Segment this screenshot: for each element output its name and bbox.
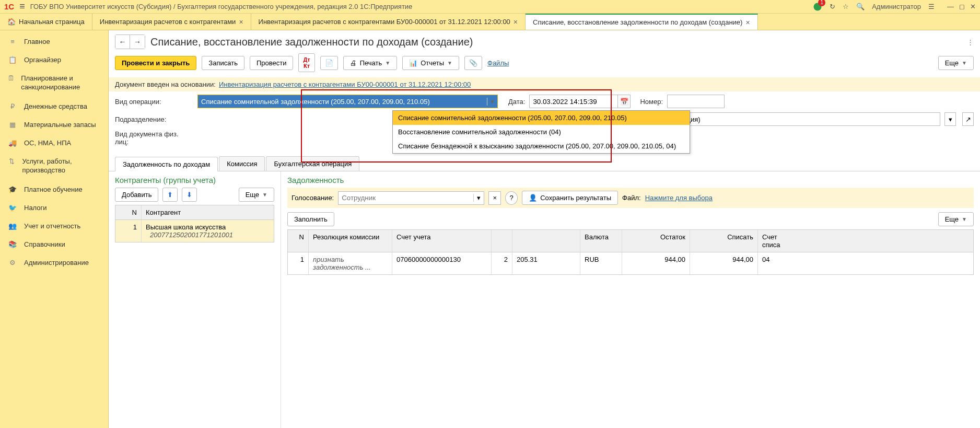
save-button[interactable]: Записать — [202, 56, 244, 70]
calendar-icon[interactable]: 📅 — [618, 95, 631, 108]
move-down-button[interactable]: ⬇ — [182, 188, 197, 202]
debt-panel: Задолженность Голосование: ▾ × ? 👤Сохран… — [281, 171, 980, 428]
dropdown-option[interactable]: Списание сомнительной задолженности (205… — [393, 111, 690, 125]
sidebar-item-organizer[interactable]: 📋Органайзер — [0, 51, 108, 69]
sidebar-item-education[interactable]: 🎓Платное обучение — [0, 180, 108, 199]
post-and-close-button[interactable]: Провести и закрыть — [115, 56, 196, 70]
tab-close-icon[interactable]: × — [239, 18, 243, 26]
more-button[interactable]: Еще▼ — [938, 212, 974, 226]
sidebar-item-accounting[interactable]: 👥Учет и отчетность — [0, 217, 108, 235]
sidebar-item-taxes[interactable]: 🐦Налоги — [0, 199, 108, 217]
dropdown-option[interactable]: Списание безнадежной к взысканию задолже… — [393, 139, 690, 153]
sidebar-label: Учет и отчетность — [24, 222, 80, 230]
print-button[interactable]: 🖨Печать▼ — [343, 56, 398, 70]
contractors-title: Контрагенты (группы учета) — [115, 176, 274, 184]
sidebar-item-main[interactable]: ≡Главное — [0, 32, 108, 51]
printer-icon: 🖨 — [350, 59, 357, 67]
notifications-icon[interactable]: 1 — [813, 2, 822, 11]
table-row[interactable]: 1 Высшая школа искусства 200771250200177… — [115, 220, 274, 242]
page-more-icon[interactable]: ⋮ — [967, 38, 974, 46]
sidebar-label: Материальные запасы — [24, 121, 96, 129]
maximize-icon[interactable]: ◻ — [959, 3, 965, 10]
doctab-debt[interactable]: Задолженность по доходам — [115, 157, 218, 171]
doctab-commission[interactable]: Комиссия — [219, 156, 265, 171]
col-writeoff: Списать — [690, 230, 758, 252]
minimize-icon[interactable]: — — [947, 3, 954, 10]
help-icon[interactable]: ? — [505, 191, 518, 205]
save-results-button[interactable]: 👤Сохранить результаты — [522, 191, 618, 205]
chevron-down-icon[interactable]: ▾ — [944, 112, 956, 126]
document-icon-button[interactable]: 📄 — [320, 56, 338, 70]
tab-writeoff[interactable]: Списание, восстановление задолженности п… — [526, 14, 758, 30]
file-label: Файл: — [622, 194, 641, 202]
fill-button[interactable]: Заполнить — [287, 212, 334, 226]
operation-type-combo[interactable]: Списание сомнительной задолженности (205… — [197, 95, 498, 108]
more-label: Еще — [945, 59, 959, 67]
sidebar-item-services[interactable]: ⇅Услуги, работы, производство — [0, 152, 108, 180]
home-icon: 🏠 — [7, 18, 16, 26]
history-icon[interactable]: ↻ — [830, 3, 835, 10]
clear-icon[interactable]: × — [488, 191, 501, 205]
page-title: Списание, восстановление задолженности п… — [150, 36, 473, 48]
favorite-icon[interactable]: ☆ — [843, 3, 849, 10]
tab-close-icon[interactable]: × — [514, 18, 518, 26]
open-icon[interactable]: ↗ — [962, 112, 974, 126]
dt-kt-button[interactable]: ДтКт — [298, 53, 314, 72]
attachment-button[interactable]: 📎 — [464, 56, 482, 70]
sidebar-item-admin[interactable]: ⚙Администрирование — [0, 253, 108, 272]
more-button[interactable]: Еще▼ — [938, 56, 974, 70]
tab-home[interactable]: 🏠 Начальная страница — [0, 14, 92, 30]
post-button[interactable]: Провести — [250, 56, 294, 70]
sidebar-item-money[interactable]: ₽Денежные средства — [0, 97, 108, 115]
cell-account-sub: 205.31 — [512, 252, 580, 274]
sidebar-label: Справочники — [24, 240, 65, 248]
add-button[interactable]: Добавить — [115, 188, 158, 202]
nav-forward-button[interactable]: → — [130, 35, 145, 49]
date-input[interactable] — [529, 95, 618, 108]
sidebar-item-planning[interactable]: 🗓Планирование и санкционирование — [0, 69, 108, 97]
basis-link[interactable]: Инвентаризация расчетов с контрагентами … — [219, 80, 471, 88]
file-select-link[interactable]: Нажмите для выбора — [645, 194, 713, 202]
employee-combo[interactable]: ▾ — [338, 191, 484, 205]
tab-inventory-doc[interactable]: Инвентаризация расчетов с контрагентами … — [251, 14, 526, 30]
cell-account-n: 2 — [492, 252, 512, 274]
tab-close-icon[interactable]: × — [745, 18, 750, 27]
cell-currency: RUB — [580, 252, 622, 274]
dropdown-option[interactable]: Восстановление сомнительной задолженност… — [393, 125, 690, 139]
graduation-icon: 🎓 — [7, 186, 18, 193]
tab-inventory[interactable]: Инвентаризация расчетов с контрагентами … — [92, 14, 251, 30]
debt-table: N Резолюция комиссии Счет учета Валюта О… — [287, 229, 974, 275]
settings-icon[interactable]: ☰ — [928, 3, 935, 10]
voting-row: Голосование: ▾ × ? 👤Сохранить результаты… — [287, 188, 974, 208]
col-currency: Валюта — [580, 230, 622, 252]
grid-icon: ▦ — [7, 121, 18, 129]
cell-name: Высшая школа искусства 20077125020017712… — [142, 220, 274, 242]
col-account-n — [492, 230, 512, 252]
nav-arrows: ← → — [115, 34, 145, 49]
chevron-down-icon[interactable]: ▾ — [487, 98, 497, 106]
operation-type-label: Вид операции: — [115, 98, 193, 106]
print-label: Печать — [360, 59, 382, 67]
number-input[interactable] — [667, 95, 725, 108]
user-name[interactable]: Администратор — [872, 3, 921, 10]
move-up-button[interactable]: ⬆ — [162, 188, 178, 202]
employee-input[interactable] — [339, 194, 473, 202]
more-button[interactable]: Еще▼ — [239, 188, 274, 202]
table-row[interactable]: 1 признать задолженность ... 07060000000… — [288, 252, 973, 274]
sidebar-item-references[interactable]: 📚Справочники — [0, 235, 108, 253]
date-label: Дата: — [508, 98, 525, 106]
nav-back-button[interactable]: ← — [115, 35, 130, 49]
files-link[interactable]: Файлы — [487, 59, 509, 67]
search-icon[interactable]: 🔍 — [856, 3, 865, 10]
col-balance: Остаток — [622, 230, 690, 252]
chevron-down-icon[interactable]: ▾ — [473, 194, 484, 202]
reports-button[interactable]: 📊Отчеты▼ — [402, 56, 459, 70]
col-account-sub — [512, 230, 580, 252]
sidebar-item-assets[interactable]: 🚚ОС, НМА, НПА — [0, 134, 108, 152]
close-window-icon[interactable]: ✕ — [970, 3, 976, 10]
basis-info-line: Документ введен на основании: Инвентариз… — [109, 77, 980, 91]
doctab-accounting[interactable]: Бухгалтерская операция — [266, 156, 359, 171]
gear-icon: ⚙ — [7, 259, 18, 267]
main-menu-icon[interactable]: ≡ — [19, 1, 25, 12]
sidebar-item-materials[interactable]: ▦Материальные запасы — [0, 115, 108, 134]
